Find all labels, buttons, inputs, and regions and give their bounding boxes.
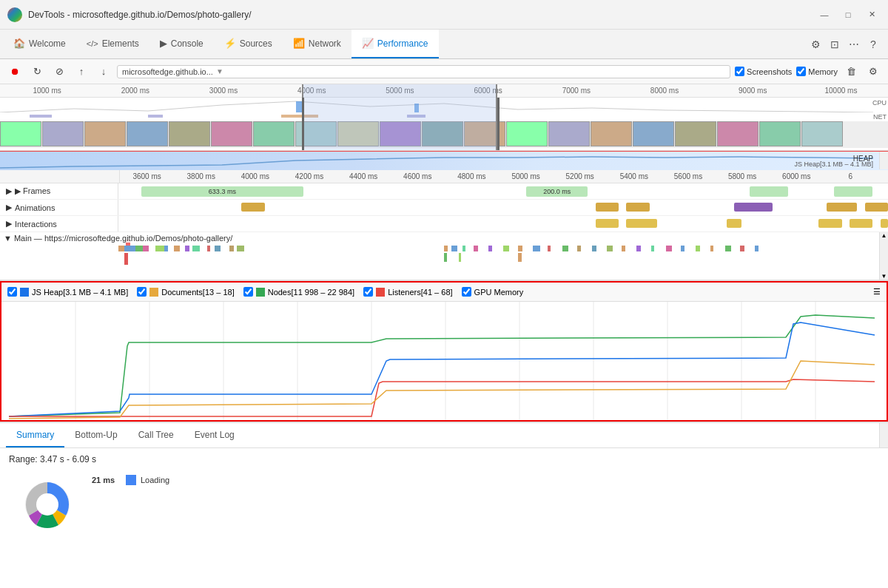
close-btn[interactable]: ✕ [863,6,881,24]
tab-elements[interactable]: </> Elements [76,30,149,58]
range-display: Range: 3.47 s - 6.09 s [9,454,879,464]
legend-loading-label: Loading [141,476,169,484]
window-controls: — □ ✕ [815,6,881,24]
bottom-panel-scrollbar[interactable] [879,423,888,447]
ruler-tick-8: 9000 ms [709,87,797,95]
svg-rect-45 [444,253,447,262]
listeners-checkbox[interactable] [363,287,373,297]
nodes-legend[interactable]: Nodes[11 998 – 22 984] [243,287,354,297]
memory-checkbox[interactable] [796,67,806,76]
ruler-tick-4: 5000 ms [356,87,444,95]
tab-call-tree[interactable]: Call Tree [128,423,184,447]
tab-event-log[interactable]: Event Log [184,423,245,447]
frames-text: ▶ Frames [15,186,50,196]
screenshot-thumb [422,121,463,146]
ruler-tick-0: 1000 ms [3,87,91,95]
svg-rect-2 [30,115,52,118]
selection-left-handle[interactable] [302,98,304,151]
bottom-panel: Summary Bottom-Up Call Tree Event Log Ra… [0,422,888,588]
trash-button[interactable]: 🗑 [842,63,860,81]
tab-console[interactable]: ▶ Console [149,30,214,58]
bottom-content-area: Range: 3.47 s - 6.09 s 21 ms [0,448,888,546]
reload-button[interactable]: ↻ [28,63,46,81]
tab-bottom-up[interactable]: Bottom-Up [64,423,127,447]
toolbar-settings-button[interactable]: ⚙ [864,63,882,81]
tab-event-log-label: Event Log [195,430,235,440]
animations-label[interactable]: ▶ Animations [0,200,118,215]
export-button[interactable]: ↑ [73,63,90,81]
tab-welcome[interactable]: 🏠 Welcome [3,30,76,58]
ruler-tick-5: 6000 ms [444,87,532,95]
clear-button[interactable]: ⊘ [50,63,68,81]
network-icon: 📶 [293,38,305,49]
import-button[interactable]: ↓ [95,63,112,81]
tab-welcome-label: Welcome [29,38,66,49]
svg-rect-32 [592,246,596,251]
screenshots-toggle[interactable]: Screenshots [735,67,792,76]
ruler-tick-2: 3000 ms [179,87,267,95]
screenshot-thumb [380,121,421,146]
detach-icon[interactable]: ⊡ [826,36,844,53]
screenshots-checkbox[interactable] [735,67,744,76]
timeline-overview[interactable]: 1000 ms 2000 ms 3000 ms 4000 ms 5000 ms … [0,84,888,151]
minimize-btn[interactable]: — [815,6,833,24]
tab-sources[interactable]: ⚡ Sources [214,30,283,58]
svg-rect-44 [124,253,128,265]
dtick-7: 5000 ms [499,172,553,180]
memory-toggle[interactable]: Memory [796,67,838,76]
settings-icon[interactable]: ⚙ [807,36,824,53]
more-tabs-icon[interactable]: ⋯ [845,36,863,53]
summary-pie-chart [18,475,77,534]
record-button[interactable]: ⏺ [6,63,24,81]
tab-performance-label: Performance [377,38,428,49]
inter-bar-4 [850,219,872,228]
tab-actions: ⚙ ⊡ ⋯ ? [807,30,888,58]
tab-performance[interactable]: 📈 Performance [352,30,439,58]
screenshot-thumb [506,121,548,146]
tab-network-label: Network [309,38,341,49]
heap-bar: HEAP JS Heap[3.1 MB – 4.1 MB] [0,151,888,170]
scroll-down-icon[interactable]: ▼ [881,273,887,280]
svg-rect-37 [666,246,672,251]
jsheap-checkbox[interactable] [7,287,17,297]
selection-right-handle[interactable] [497,98,500,151]
tab-summary[interactable]: Summary [6,423,64,447]
devtools-tab-bar: 🏠 Welcome </> Elements ▶ Console ⚡ Sourc… [0,30,888,59]
jsheap-legend[interactable]: JS Heap[3.1 MB – 4.1 MB] [7,287,128,297]
maximize-btn[interactable]: □ [839,6,857,24]
tab-bottom-up-label: Bottom-Up [75,430,117,440]
frames-content: 633.3 ms 200.0 ms [118,183,888,199]
nodes-checkbox[interactable] [243,287,253,297]
scroll-up-icon[interactable]: ▲ [881,232,887,239]
interactions-text: Interactions [15,220,57,229]
memory-menu-icon[interactable]: ☰ [873,287,881,297]
tab-sources-label: Sources [240,38,272,49]
svg-rect-21 [444,246,448,251]
svg-rect-3 [148,115,163,118]
screenshot-thumb [253,121,295,146]
interactions-label[interactable]: ▶ Interactions [0,216,118,232]
screenshot-thumb [169,121,210,146]
frame-bar-3 [834,186,872,197]
ruler-tick-6: 7000 ms [532,87,620,95]
screenshot-thumb [717,121,758,146]
url-display: microsoftedge.github.io... ▼ [117,65,730,78]
listeners-legend[interactable]: Listeners[41 – 68] [363,287,452,297]
dtick-11: 5800 ms [716,172,770,180]
gpu-legend[interactable]: GPU Memory [462,287,524,297]
screenshot-thumb [548,121,590,146]
help-icon[interactable]: ? [864,36,882,53]
title-bar: DevTools - microsoftedge.github.io/Demos… [0,0,888,30]
net-overview: NET [0,112,888,121]
svg-rect-11 [143,246,149,251]
documents-legend[interactable]: Documents[13 – 18] [137,287,234,297]
gpu-checkbox[interactable] [462,287,471,297]
tab-network[interactable]: 📶 Network [283,30,352,58]
frame-bar-1: 200.0 ms [526,186,588,197]
frames-label[interactable]: ▶ ▶ Frames [0,183,118,199]
ruler-tick-9: 10000 ms [797,87,885,95]
flame-scrollbar[interactable]: ▲ ▼ [879,232,888,280]
documents-checkbox[interactable] [137,287,147,297]
heap-scrollbar[interactable] [879,152,888,169]
performance-icon: 📈 [362,38,374,49]
